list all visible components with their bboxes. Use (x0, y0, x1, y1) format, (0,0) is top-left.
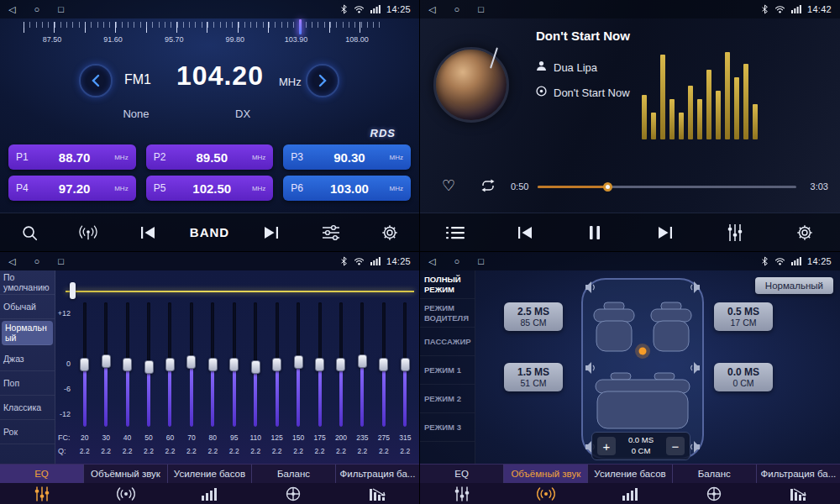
preset-button-p2[interactable]: P289.50MHz (146, 144, 274, 170)
balance-icon[interactable] (672, 486, 756, 502)
home-icon[interactable]: ○ (34, 0, 39, 18)
next-track-button[interactable] (643, 217, 687, 249)
surround-icon[interactable] (84, 486, 168, 502)
eq-preset-item[interactable]: Классика (0, 396, 55, 420)
eq-preset-item[interactable]: Поп (0, 371, 55, 396)
eq-band-slider[interactable] (352, 302, 373, 427)
eq-band-slider[interactable] (160, 302, 181, 427)
sound-preset-chip[interactable]: Нормальный (755, 277, 833, 294)
recents-icon[interactable]: □ (478, 252, 484, 270)
balance-icon[interactable] (251, 486, 335, 502)
home-icon[interactable]: ○ (34, 252, 39, 270)
eq-band-slider[interactable] (181, 302, 202, 427)
tab-filter[interactable]: Фильтрация ба... (757, 465, 840, 483)
settings-gear-button[interactable] (368, 217, 412, 249)
eq-slider-thumb[interactable] (229, 358, 239, 371)
equalizer-button[interactable] (713, 217, 757, 249)
surround-mode-item[interactable]: ПОЛНЫЙ РЕЖИМ (420, 270, 475, 299)
eq-band-slider[interactable] (373, 302, 394, 427)
favorite-button[interactable]: ♡ (442, 178, 455, 193)
eq-slider-thumb[interactable] (272, 358, 281, 371)
home-icon[interactable]: ○ (454, 252, 459, 270)
frequency-scale[interactable]: 87.5091.6095.7099.80103.90108.00 (52, 20, 357, 54)
eq-icon[interactable] (420, 486, 504, 502)
recents-icon[interactable]: □ (478, 0, 484, 18)
tab-balance[interactable]: Баланс (252, 465, 336, 483)
preset-button-p1[interactable]: P188.70MHz (8, 144, 136, 170)
eq-preset-item[interactable]: Джаз (0, 347, 55, 371)
filter-icon[interactable] (756, 486, 840, 501)
seek-handle[interactable] (603, 182, 612, 192)
tab-filter[interactable]: Фильтрация ба... (336, 465, 419, 483)
eq-preset-item[interactable]: Обычай (0, 295, 55, 319)
previous-station-button[interactable] (126, 217, 170, 249)
eq-slider-thumb[interactable] (123, 358, 132, 371)
next-station-button[interactable] (249, 217, 293, 249)
eq-slider-thumb[interactable] (294, 355, 303, 369)
surround-mode-item[interactable]: РЕЖИМ 2 (420, 385, 475, 413)
eq-slider-thumb[interactable] (401, 358, 410, 371)
eq-band-slider[interactable] (245, 302, 266, 427)
back-icon[interactable]: ◁ (8, 0, 15, 18)
increase-delay-button[interactable]: + (597, 437, 616, 455)
tab-surround[interactable]: Объёмный звук (504, 465, 588, 483)
pause-button[interactable] (573, 217, 617, 249)
rear-left-delay[interactable]: 1.5 MS 51 CM (504, 363, 563, 391)
eq-slider-thumb[interactable] (186, 355, 196, 369)
preset-button-p6[interactable]: P6103.00MHz (283, 176, 411, 201)
rear-right-delay[interactable]: 0.0 MS 0 CM (714, 363, 773, 391)
eq-slider-thumb[interactable] (80, 358, 89, 371)
preset-button-p4[interactable]: P497.20MHz (8, 176, 136, 201)
recents-icon[interactable]: □ (58, 0, 64, 18)
decrease-delay-button[interactable]: − (666, 437, 685, 455)
eq-slider-thumb[interactable] (102, 354, 111, 368)
eq-band-slider[interactable] (330, 302, 351, 427)
preset-button-p5[interactable]: P5102.50MHz (146, 176, 274, 201)
eq-preset-item[interactable]: Нормальный (2, 321, 53, 345)
settings-gear-button[interactable] (783, 217, 827, 249)
eq-slider-thumb[interactable] (165, 358, 175, 371)
home-icon[interactable]: ○ (454, 0, 459, 18)
album-art[interactable] (433, 47, 509, 123)
band-button[interactable]: BAND (185, 217, 234, 249)
surround-mode-item[interactable]: ПАССАЖИР (420, 328, 475, 356)
recents-icon[interactable]: □ (58, 252, 64, 270)
eq-slider-thumb[interactable] (358, 354, 367, 368)
eq-slider-thumb[interactable] (251, 360, 260, 374)
eq-slider-thumb[interactable] (208, 358, 218, 371)
surround-icon[interactable] (504, 486, 588, 502)
audio-sliders-button[interactable] (309, 217, 353, 249)
eq-slider-thumb[interactable] (144, 360, 154, 374)
previous-track-button[interactable] (503, 217, 547, 249)
surround-mode-item[interactable]: РЕЖИМ ВОДИТЕЛЯ (420, 299, 475, 328)
eq-band-slider[interactable] (223, 302, 244, 427)
tab-bass-boost[interactable]: Усиление басов (588, 465, 672, 483)
eq-band-slider[interactable] (309, 302, 330, 427)
filter-icon[interactable] (335, 486, 419, 501)
playlist-button[interactable] (433, 217, 477, 249)
eq-band-slider[interactable] (117, 302, 138, 427)
seek-bar[interactable] (538, 186, 796, 188)
surround-mode-item[interactable]: РЕЖИМ 3 (420, 413, 475, 442)
front-left-delay[interactable]: 2.5 MS 85 CM (504, 302, 563, 331)
bass-boost-icon[interactable] (588, 486, 672, 501)
tab-eq[interactable]: EQ (0, 465, 84, 483)
eq-slider-thumb[interactable] (336, 358, 345, 371)
preset-button-p3[interactable]: P390.30MHz (283, 144, 411, 170)
eq-slider-thumb[interactable] (379, 358, 388, 371)
eq-band-slider[interactable] (266, 302, 287, 427)
eq-band-slider[interactable] (202, 302, 223, 427)
surround-mode-item[interactable]: РЕЖИМ 1 (420, 356, 475, 385)
tab-bass-boost[interactable]: Усиление басов (168, 465, 252, 483)
tab-eq[interactable]: EQ (420, 465, 504, 483)
broadcast-antenna-button[interactable] (66, 217, 110, 249)
back-icon[interactable]: ◁ (428, 0, 435, 18)
tune-down-button[interactable] (79, 64, 113, 97)
tab-surround[interactable]: Объёмный звук (84, 465, 168, 483)
back-icon[interactable]: ◁ (8, 252, 15, 270)
eq-preset-item[interactable]: По умолчанию (0, 270, 55, 295)
scan-button[interactable] (8, 217, 51, 249)
eq-band-slider[interactable] (74, 302, 95, 427)
tab-balance[interactable]: Баланс (673, 465, 757, 483)
eq-band-slider[interactable] (138, 302, 159, 427)
